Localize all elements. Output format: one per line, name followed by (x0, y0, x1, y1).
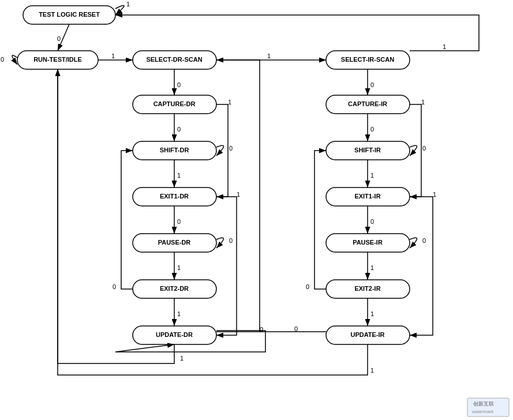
pause-ir-label: PAUSE-IR (353, 239, 383, 246)
shift-dr-label: SHIFT-DR (160, 147, 189, 153)
sir-to-cir-label: 0 (370, 81, 374, 88)
uir-to-rti-label: 1 (370, 367, 374, 374)
udr-to-rti-label: 1 (180, 355, 184, 362)
capture-ir-label: CAPTURE-IR (348, 100, 387, 107)
shdr-to-e1dr-label: 1 (177, 172, 181, 179)
exit2-ir-label: EXIT2-IR (354, 285, 380, 292)
e1ir-to-pir-label: 0 (370, 218, 374, 225)
select-dr-scan-label: SELECT-DR-SCAN (146, 56, 202, 63)
e1dr-to-pdr-label: 0 (177, 218, 181, 225)
sdr-to-sir-label: 1 (267, 52, 271, 59)
cdr-to-e1dr-label: 1 (228, 99, 231, 106)
e2ir-to-uir-label: 1 (370, 310, 374, 317)
shdr-self-label: 0 (229, 145, 233, 152)
capture-dr-label: CAPTURE-DR (153, 100, 196, 107)
e1ir-to-uir-label: 1 (433, 191, 436, 198)
e1dr-to-udr-label: 1 (237, 191, 240, 198)
shir-to-e1ir-label: 1 (370, 172, 374, 179)
e2dr-to-shdr-label: 0 (113, 283, 116, 290)
sdr-to-cdr-label: 0 (177, 81, 181, 88)
pir-to-e2ir-label: 1 (370, 264, 374, 271)
tlr-to-rti-label: 0 (57, 35, 61, 42)
rti-self-label: 0 (1, 56, 4, 63)
exit2-dr-label: EXIT2-DR (160, 285, 189, 292)
cir-to-e1ir-label: 1 (421, 99, 425, 106)
shift-ir-label: SHIFT-IR (354, 147, 381, 153)
update-ir-label: UPDATE-IR (350, 331, 384, 338)
pdr-to-e2dr-label: 1 (177, 264, 181, 271)
e2ir-to-shir-label: 0 (306, 283, 309, 290)
exit1-ir-label: EXIT1-IR (354, 193, 380, 200)
svg-text:watermark: watermark (471, 409, 494, 414)
pir-self-label: 0 (422, 237, 426, 244)
e2dr-to-udr-label: 1 (177, 310, 181, 317)
run-test-idle-label: RUN-TEST/IDLE (33, 56, 82, 63)
shir-self-label: 0 (422, 145, 426, 152)
pdr-self-label: 0 (229, 237, 233, 244)
cir-to-shir-label: 0 (370, 126, 374, 133)
svg-text:创新互联: 创新互联 (473, 401, 494, 407)
update-dr-label: UPDATE-DR (156, 331, 193, 338)
exit1-dr-label: EXIT1-DR (160, 193, 189, 200)
uir-to-sdr-label: 0 (294, 325, 298, 332)
rti-to-sdr-label: 1 (111, 52, 115, 59)
tlr-self-label: 1 (126, 1, 130, 7)
sir-to-tlr-label: 1 (443, 43, 446, 50)
pause-dr-label: PAUSE-DR (158, 239, 191, 246)
cdr-to-shdr-label: 0 (177, 126, 181, 133)
test-logic-reset-label: TEST LOGIC RESET (39, 11, 100, 18)
select-ir-scan-label: SELECT-IR-SCAN (341, 56, 394, 63)
